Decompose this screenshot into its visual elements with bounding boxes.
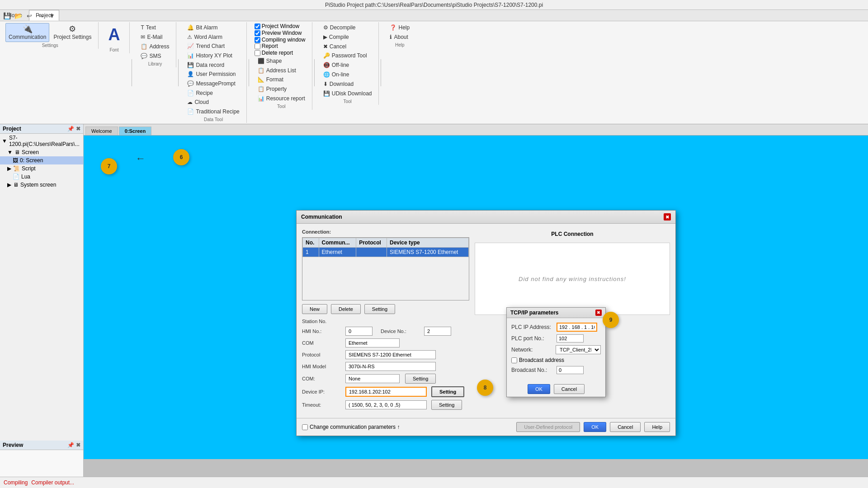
tree-lua[interactable]: 📄 Lua [0,173,83,181]
redo-btn[interactable]: ↪ [36,11,46,21]
change-comm-checkbox[interactable] [302,424,308,430]
delete-report-check[interactable]: Delete report [255,50,299,56]
project-window-check[interactable]: Project Window [255,23,306,29]
panel-pin-btn[interactable]: 📌 [67,126,74,132]
table-row-1[interactable]: 1 Ethernet SIEMENS S7-1200 Ethernet [303,248,469,257]
cloud-btn[interactable]: ☁ Cloud [184,98,242,107]
email-btn[interactable]: ✉ E-Mail [137,33,172,42]
panel-close-btn[interactable]: ✖ [76,126,80,132]
com2-input[interactable] [345,374,400,383]
address-btn[interactable]: 📋 Address [137,42,172,51]
preview-window-checkbox[interactable] [255,30,260,36]
new-btn[interactable]: New [302,304,327,314]
open-btn[interactable]: 📂 [13,11,23,21]
about-btn[interactable]: ℹ About [387,33,413,42]
user-defined-btn[interactable]: User-Defined protocol [516,422,580,432]
tree-script[interactable]: ▶ 📜 Script [0,164,83,173]
tcpip-title: TCP/IP parameters [510,310,559,316]
cancel-btn[interactable]: ✖ Cancel [320,42,359,51]
property-btn[interactable]: 📋 Property [255,84,308,94]
shape-btn[interactable]: ⬛ Shape [255,56,299,66]
help-btn[interactable]: ❓ Help [387,23,413,32]
word-alarm-btn[interactable]: ⚠ Word Alarm [184,33,225,42]
delete-btn[interactable]: Delete [331,304,361,314]
compiling-window-check-label: Compiling window [262,37,306,43]
tcpip-broadcast-row: Broadcast address [511,357,601,363]
recipe-btn[interactable]: 📄 Recipe [184,89,239,98]
trend-chart-btn[interactable]: 📈 Trend Chart [184,42,235,51]
project-settings-btn[interactable]: ⚙ Project Settings [50,23,94,42]
tab-welcome[interactable]: Welcome [85,127,118,135]
address-list-label: Address List [266,67,296,74]
resource-report-btn[interactable]: 📊 Resource report [255,94,308,103]
compile-btn[interactable]: ▶ Compile [320,33,359,42]
device-ip-setting-btn[interactable]: Setting [431,386,464,397]
preview-pin-btn[interactable]: 📌 [67,442,74,448]
com-input[interactable] [345,338,400,347]
tcpip-ip-input[interactable] [557,323,597,332]
tcpip-port-input[interactable] [557,334,584,343]
sms-btn[interactable]: 💬 SMS [137,52,172,61]
font-pack-btn[interactable]: A [102,23,126,47]
more-btn[interactable]: ▼ [47,11,57,21]
compiling-window-checkbox[interactable] [255,37,260,43]
traditional-recipe-btn[interactable]: 📄 Traditional Recipe [184,107,242,116]
tcpip-broadcast-checkbox[interactable] [511,357,517,363]
delete-report-checkbox[interactable] [255,50,260,56]
data-record-btn[interactable]: 💾 Data record [184,61,235,70]
tcpip-cancel-btn[interactable]: Cancel [554,384,585,394]
tree-system-screen[interactable]: ▶ 🖥 System screen [0,181,83,189]
preview-close-btn[interactable]: ✖ [76,442,80,448]
offline-btn[interactable]: 📵 Off-line [320,61,375,70]
preview-window-check[interactable]: Preview Window [255,30,306,36]
history-xy-btn[interactable]: 📊 History XY Plot [184,51,235,60]
tree-root[interactable]: ▼ S7-1200.pi(C:\Users\RealPars\... [0,134,83,148]
report-checkbox[interactable] [255,43,260,49]
password-tool-btn[interactable]: 🔑 Password Tool [320,51,375,60]
online-btn[interactable]: 🌐 On-line [320,70,375,79]
bit-alarm-btn[interactable]: 🔔 Bit Alarm [184,23,225,32]
data-tool-title: Data Tool [184,116,242,122]
project-window-checkbox[interactable] [255,23,260,29]
compiling-window-check[interactable]: Compiling window [255,37,306,43]
comm-dialog-close[interactable]: ✖ [664,213,671,221]
cancel-footer-btn[interactable]: Cancel [610,422,641,432]
download-btn[interactable]: ⬇ Download [320,80,375,89]
tcpip-titlebar[interactable]: TCP/IP parameters ✖ [507,308,605,318]
tab-0screen[interactable]: 0:Screen [119,127,151,135]
title-bar: PiStudio Project path:C:\Users\RealPars\… [0,0,868,10]
tcpip-broadcast-label: Broadcast address [519,357,564,363]
tcpip-network-select[interactable]: TCP_Client_2N [556,345,601,354]
udisk-btn[interactable]: 💾 UDisk Download [320,89,375,98]
tree-screen[interactable]: ▼ 🖥 Screen [0,148,83,156]
tcpip-ok-btn[interactable]: OK [528,384,550,394]
format-btn[interactable]: 📐 Format [255,75,308,84]
undo-btn[interactable]: ↩ [24,11,34,21]
device-ip-input[interactable] [345,387,427,397]
message-prompt-btn[interactable]: 💬 MessagePrompt [184,79,239,88]
report-check[interactable]: Report [255,43,299,49]
device-no-input[interactable] [424,327,451,336]
ok-btn[interactable]: OK [584,422,606,432]
address-list-btn[interactable]: 📋 Address List [255,66,299,75]
timeout-setting-btn[interactable]: Setting [431,400,462,410]
hmi-model-input[interactable] [345,362,436,371]
com2-setting-btn[interactable]: Setting [405,374,436,384]
settings-items: 🔌 Communication ⚙ Project Settings [5,23,94,42]
hmi-no-input[interactable] [345,327,373,336]
communication-btn[interactable]: 🔌 Communication [5,23,49,42]
user-permission-btn[interactable]: 👤 User Permission [184,70,239,79]
protocol-input[interactable] [345,350,436,359]
save-btn[interactable]: 💾 [2,11,12,21]
decompile-btn[interactable]: ⚙ Decompile [320,23,359,32]
timeout-input[interactable] [345,400,427,409]
tcpip-close[interactable]: ✖ [595,310,602,316]
comm-dialog-title: Communication [301,214,342,220]
setting-top-btn[interactable]: Setting [364,304,395,314]
help-footer-btn[interactable]: Help [644,422,670,432]
tree-0screen[interactable]: 🖼 0: Screen [0,156,83,164]
project-window-check-label: Project Window [262,23,299,29]
comm-dialog-titlebar[interactable]: Communication ✖ [297,211,675,224]
text-btn[interactable]: T Text [137,23,172,32]
tcpip-broadcast-no-input[interactable] [557,366,584,374]
